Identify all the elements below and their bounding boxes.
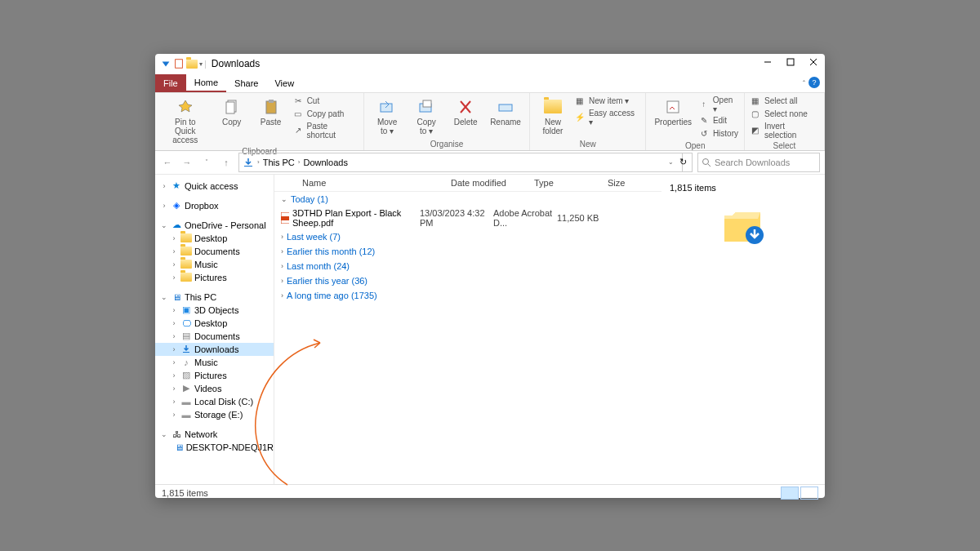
tree-od-pictures[interactable]: ›Pictures [155, 271, 274, 284]
tree-network-pc[interactable]: 🖥DESKTOP-NDEQJ1R [155, 441, 274, 454]
invert-icon: ◩ [750, 125, 761, 136]
copy-button[interactable]: Copy [214, 95, 250, 128]
tree-downloads[interactable]: ›Downloads [155, 343, 274, 356]
network-icon: 🖧 [171, 429, 182, 440]
copy-icon [225, 99, 239, 115]
invert-selection-button[interactable]: ◩Invert selection [750, 121, 819, 140]
edit-button[interactable]: ✎Edit [698, 114, 739, 127]
tree-storage-e[interactable]: ›▬Storage (E:) [155, 408, 274, 421]
group-earlier-month[interactable]: ›Earlier this month (12) [274, 244, 662, 259]
folder-icon[interactable] [186, 58, 198, 69]
crumb-downloads[interactable]: Downloads [303, 158, 347, 167]
select-all-button[interactable]: ▦Select all [750, 95, 819, 108]
folder-icon [544, 100, 562, 113]
tree-od-music[interactable]: ›Music [155, 258, 274, 271]
crumb-chevron-icon[interactable]: › [298, 158, 301, 166]
col-date[interactable]: Date modified [446, 178, 529, 188]
tree-network[interactable]: ⌄🖧Network [155, 428, 274, 441]
thumbnails-view-button[interactable] [800, 487, 818, 500]
pictures-icon: ▨ [180, 370, 192, 381]
file-icon[interactable] [173, 58, 185, 69]
collapse-ribbon-icon[interactable]: ˆ [803, 79, 805, 87]
select-none-icon: ▢ [750, 109, 761, 120]
downloads-icon [180, 344, 192, 355]
file-list[interactable]: Name Date modified Type Size ⌄Today (1) … [274, 175, 662, 484]
pin-to-quick-access-button[interactable]: Pin to Quick access [160, 95, 211, 146]
group-today[interactable]: ⌄Today (1) [274, 192, 662, 207]
status-count: 1,815 items [162, 488, 208, 498]
tab-share[interactable]: Share [226, 74, 266, 92]
up-button[interactable]: ↑ [219, 155, 234, 170]
svg-rect-21 [281, 216, 289, 220]
help-icon[interactable]: ? [808, 77, 820, 88]
new-folder-button[interactable]: New folder [535, 95, 571, 137]
tab-home[interactable]: Home [186, 74, 226, 92]
paste-shortcut-button[interactable]: ↗Paste shortcut [292, 121, 359, 140]
tree-od-documents[interactable]: ›Documents [155, 245, 274, 258]
main-pane: Name Date modified Type Size ⌄Today (1) … [274, 175, 825, 484]
explorer-window: ▾ | Downloads File Home Share View ˆ ? P… [155, 54, 825, 498]
file-row[interactable]: 3DTHD Plan Export - Black Sheep.pdf 13/0… [274, 207, 662, 229]
tab-file[interactable]: File [155, 74, 186, 92]
tree-dropbox[interactable]: ›◈Dropbox [155, 199, 274, 212]
address-bar-row: ← → ˅ ↑ › This PC › Downloads ⌄ ↻ Search… [155, 151, 825, 175]
tree-local-disk-c[interactable]: ›▬Local Disk (C:) [155, 395, 274, 408]
recent-dropdown[interactable]: ˅ [199, 155, 214, 170]
crumb-thispc[interactable]: This PC [263, 158, 295, 167]
open-button[interactable]: ↑Open ▾ [698, 95, 739, 114]
details-view-button[interactable] [781, 487, 799, 500]
tree-desktop[interactable]: ›🖵Desktop [155, 317, 274, 330]
new-item-button[interactable]: ▦New item ▾ [574, 95, 641, 108]
tree-onedrive[interactable]: ⌄☁OneDrive - Personal [155, 219, 274, 232]
easy-access-button[interactable]: ⚡Easy access ▾ [574, 108, 641, 127]
qat-dropdown-icon[interactable]: ▾ [199, 60, 203, 68]
maximize-button[interactable] [779, 54, 802, 70]
copy-path-button[interactable]: ▭Copy path [292, 108, 359, 121]
minimize-button[interactable] [756, 54, 779, 70]
back-button[interactable]: ← [160, 155, 175, 170]
tree-quick-access[interactable]: ›★Quick access [155, 180, 274, 193]
group-earlier-year[interactable]: ›Earlier this year (36) [274, 273, 662, 288]
rename-button[interactable]: Rename [487, 95, 524, 128]
tree-music[interactable]: ›♪Music [155, 356, 274, 369]
address-dropdown-icon[interactable]: ⌄ [668, 158, 674, 166]
col-size[interactable]: Size [603, 178, 662, 188]
forward-button[interactable]: → [180, 155, 194, 170]
tree-documents[interactable]: ›▤Documents [155, 330, 274, 343]
title-bar: ▾ | Downloads [155, 54, 825, 74]
svg-rect-6 [226, 102, 234, 113]
group-last-month[interactable]: ›Last month (24) [274, 259, 662, 273]
svg-rect-9 [381, 104, 392, 112]
close-button[interactable] [802, 54, 825, 70]
content-area: ›★Quick access ›◈Dropbox ⌄☁OneDrive - Pe… [155, 175, 825, 484]
tree-videos[interactable]: ›▶Videos [155, 382, 274, 395]
down-arrow-icon[interactable] [160, 58, 172, 69]
address-bar[interactable]: › This PC › Downloads [238, 153, 683, 172]
properties-button[interactable]: Properties [651, 95, 694, 128]
group-long-ago[interactable]: ›A long time ago (1735) [274, 288, 662, 303]
refresh-button[interactable]: ↻ [674, 153, 693, 172]
search-input[interactable]: Search Downloads [697, 153, 820, 172]
view-buttons [781, 487, 818, 500]
col-name[interactable]: Name [274, 178, 446, 188]
move-to-button[interactable]: Move to ▾ [369, 95, 405, 137]
delete-button[interactable]: Delete [448, 95, 483, 128]
crumb-chevron-icon[interactable]: › [257, 158, 260, 166]
paste-button[interactable]: Paste [253, 95, 289, 128]
tab-view[interactable]: View [266, 74, 302, 92]
tree-od-desktop[interactable]: ›Desktop [155, 232, 274, 245]
item-count: 1,815 items [670, 183, 817, 193]
star-icon: ★ [171, 180, 182, 192]
history-button[interactable]: ↺History [698, 127, 739, 140]
svg-rect-0 [176, 60, 183, 69]
cut-button[interactable]: ✂Cut [292, 95, 359, 108]
col-type[interactable]: Type [529, 178, 603, 188]
group-last-week[interactable]: ›Last week (7) [274, 229, 662, 244]
svg-rect-11 [423, 100, 431, 107]
tree-this-pc[interactable]: ⌄🖥This PC [155, 291, 274, 304]
tree-pictures[interactable]: ›▨Pictures [155, 369, 274, 382]
select-none-button[interactable]: ▢Select none [750, 108, 819, 121]
tree-3d-objects[interactable]: ›▣3D Objects [155, 304, 274, 317]
copy-to-button[interactable]: Copy to ▾ [408, 95, 444, 137]
navigation-tree[interactable]: ›★Quick access ›◈Dropbox ⌄☁OneDrive - Pe… [155, 175, 274, 484]
